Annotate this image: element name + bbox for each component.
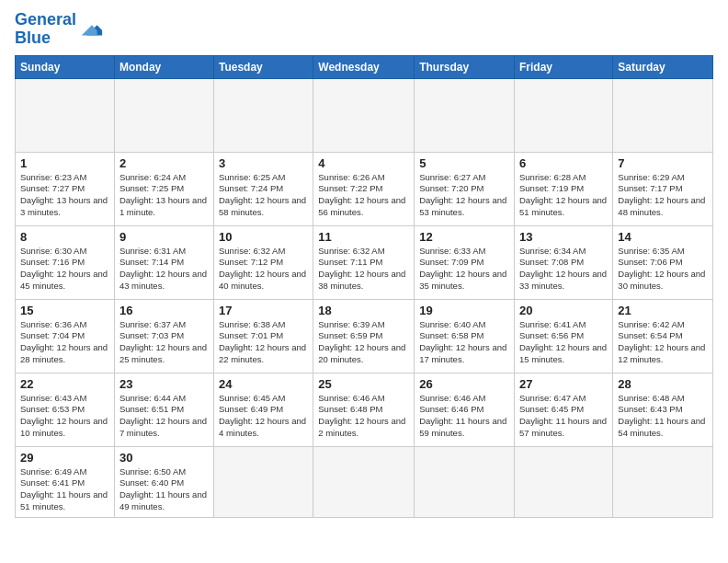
calendar-cell xyxy=(415,78,515,152)
calendar-table: Sunday Monday Tuesday Wednesday Thursday… xyxy=(15,55,713,518)
calendar-cell xyxy=(515,78,613,152)
calendar-cell: 29 Sunrise: 6:49 AMSunset: 6:41 PMDaylig… xyxy=(16,446,115,517)
day-info: Sunrise: 6:30 AMSunset: 7:16 PMDaylight:… xyxy=(20,246,109,293)
day-number: 29 xyxy=(20,451,109,465)
day-number: 18 xyxy=(318,304,409,317)
day-number: 24 xyxy=(219,377,308,391)
calendar-cell xyxy=(213,78,313,152)
logo-blue: Blue xyxy=(15,29,51,47)
calendar-cell: 4 Sunrise: 6:26 AMSunset: 7:22 PMDayligh… xyxy=(313,152,415,225)
calendar-cell: 25 Sunrise: 6:46 AMSunset: 6:48 PMDaylig… xyxy=(313,373,415,446)
page-container: General Blue Sunday Monday Tuesday Wedne… xyxy=(0,0,728,525)
day-info: Sunrise: 6:47 AMSunset: 6:45 PMDaylight:… xyxy=(519,393,608,440)
calendar-week-row: 15 Sunrise: 6:36 AMSunset: 7:04 PMDaylig… xyxy=(16,299,713,373)
col-sunday: Sunday xyxy=(16,55,115,78)
calendar-cell: 28 Sunrise: 6:48 AMSunset: 6:43 PMDaylig… xyxy=(613,373,713,446)
calendar-cell: 2 Sunrise: 6:24 AMSunset: 7:25 PMDayligh… xyxy=(114,152,213,225)
day-number: 23 xyxy=(119,377,209,391)
day-number: 27 xyxy=(519,377,608,391)
day-number: 3 xyxy=(219,156,308,170)
calendar-cell: 9 Sunrise: 6:31 AMSunset: 7:14 PMDayligh… xyxy=(114,225,213,299)
col-monday: Monday xyxy=(114,55,213,78)
day-info: Sunrise: 6:41 AMSunset: 6:56 PMDaylight:… xyxy=(519,319,608,366)
day-number: 6 xyxy=(519,156,608,170)
day-number: 17 xyxy=(219,304,308,317)
calendar-cell: 21 Sunrise: 6:42 AMSunset: 6:54 PMDaylig… xyxy=(613,299,713,373)
day-info: Sunrise: 6:36 AMSunset: 7:04 PMDaylight:… xyxy=(20,319,109,366)
day-info: Sunrise: 6:49 AMSunset: 6:41 PMDaylight:… xyxy=(20,466,109,513)
col-friday: Friday xyxy=(515,55,613,78)
logo: General Blue xyxy=(15,11,104,48)
day-number: 7 xyxy=(618,156,708,170)
day-info: Sunrise: 6:45 AMSunset: 6:49 PMDaylight:… xyxy=(219,393,308,440)
calendar-cell: 1 Sunrise: 6:23 AMSunset: 7:27 PMDayligh… xyxy=(16,152,115,225)
calendar-week-row: 8 Sunrise: 6:30 AMSunset: 7:16 PMDayligh… xyxy=(16,225,713,299)
day-number: 15 xyxy=(20,304,109,317)
calendar-cell: 8 Sunrise: 6:30 AMSunset: 7:16 PMDayligh… xyxy=(16,225,115,299)
day-number: 16 xyxy=(119,304,209,317)
svg-marker-1 xyxy=(82,25,97,35)
day-info: Sunrise: 6:39 AMSunset: 6:59 PMDaylight:… xyxy=(318,319,409,366)
day-number: 2 xyxy=(119,156,209,170)
day-info: Sunrise: 6:28 AMSunset: 7:19 PMDaylight:… xyxy=(519,172,608,219)
day-number: 1 xyxy=(20,156,109,170)
day-info: Sunrise: 6:33 AMSunset: 7:09 PMDaylight:… xyxy=(419,246,509,293)
day-info: Sunrise: 6:35 AMSunset: 7:06 PMDaylight:… xyxy=(618,246,708,293)
day-number: 19 xyxy=(419,304,509,317)
logo-general: General xyxy=(15,10,76,29)
day-number: 10 xyxy=(219,230,308,244)
logo-text: General Blue xyxy=(15,11,76,48)
calendar-cell: 6 Sunrise: 6:28 AMSunset: 7:19 PMDayligh… xyxy=(515,152,613,225)
calendar-week-row xyxy=(16,78,713,152)
calendar-cell: 12 Sunrise: 6:33 AMSunset: 7:09 PMDaylig… xyxy=(415,225,515,299)
calendar-cell: 16 Sunrise: 6:37 AMSunset: 7:03 PMDaylig… xyxy=(114,299,213,373)
day-info: Sunrise: 6:37 AMSunset: 7:03 PMDaylight:… xyxy=(119,319,209,366)
day-number: 26 xyxy=(419,377,509,391)
calendar-cell: 17 Sunrise: 6:38 AMSunset: 7:01 PMDaylig… xyxy=(213,299,313,373)
day-info: Sunrise: 6:31 AMSunset: 7:14 PMDaylight:… xyxy=(119,246,209,293)
calendar-cell: 22 Sunrise: 6:43 AMSunset: 6:53 PMDaylig… xyxy=(16,373,115,446)
day-info: Sunrise: 6:29 AMSunset: 7:17 PMDaylight:… xyxy=(618,172,708,219)
col-tuesday: Tuesday xyxy=(213,55,313,78)
calendar-cell xyxy=(515,446,613,517)
col-thursday: Thursday xyxy=(415,55,515,78)
calendar-cell: 23 Sunrise: 6:44 AMSunset: 6:51 PMDaylig… xyxy=(114,373,213,446)
col-saturday: Saturday xyxy=(613,55,713,78)
day-number: 9 xyxy=(119,230,209,244)
day-number: 5 xyxy=(419,156,509,170)
day-info: Sunrise: 6:38 AMSunset: 7:01 PMDaylight:… xyxy=(219,319,308,366)
calendar-cell xyxy=(213,446,313,517)
calendar-cell: 20 Sunrise: 6:41 AMSunset: 6:56 PMDaylig… xyxy=(515,299,613,373)
day-number: 21 xyxy=(618,304,708,317)
day-number: 12 xyxy=(419,230,509,244)
calendar-cell: 5 Sunrise: 6:27 AMSunset: 7:20 PMDayligh… xyxy=(415,152,515,225)
calendar-cell xyxy=(114,78,213,152)
day-info: Sunrise: 6:43 AMSunset: 6:53 PMDaylight:… xyxy=(20,393,109,440)
day-number: 14 xyxy=(618,230,708,244)
day-number: 28 xyxy=(618,377,708,391)
day-info: Sunrise: 6:26 AMSunset: 7:22 PMDaylight:… xyxy=(318,172,409,219)
day-info: Sunrise: 6:34 AMSunset: 7:08 PMDaylight:… xyxy=(519,246,608,293)
calendar-cell: 3 Sunrise: 6:25 AMSunset: 7:24 PMDayligh… xyxy=(213,152,313,225)
day-number: 25 xyxy=(318,377,409,391)
calendar-cell: 30 Sunrise: 6:50 AMSunset: 6:40 PMDaylig… xyxy=(114,446,213,517)
calendar-cell: 13 Sunrise: 6:34 AMSunset: 7:08 PMDaylig… xyxy=(515,225,613,299)
page-header: General Blue xyxy=(15,11,713,48)
day-number: 20 xyxy=(519,304,608,317)
col-wednesday: Wednesday xyxy=(313,55,415,78)
calendar-cell: 15 Sunrise: 6:36 AMSunset: 7:04 PMDaylig… xyxy=(16,299,115,373)
day-info: Sunrise: 6:32 AMSunset: 7:12 PMDaylight:… xyxy=(219,246,308,293)
calendar-cell xyxy=(613,446,713,517)
calendar-cell: 18 Sunrise: 6:39 AMSunset: 6:59 PMDaylig… xyxy=(313,299,415,373)
calendar-cell xyxy=(415,446,515,517)
day-number: 13 xyxy=(519,230,608,244)
calendar-week-row: 1 Sunrise: 6:23 AMSunset: 7:27 PMDayligh… xyxy=(16,152,713,225)
day-info: Sunrise: 6:23 AMSunset: 7:27 PMDaylight:… xyxy=(20,172,109,219)
day-number: 11 xyxy=(318,230,409,244)
calendar-cell xyxy=(16,78,115,152)
day-info: Sunrise: 6:40 AMSunset: 6:58 PMDaylight:… xyxy=(419,319,509,366)
day-info: Sunrise: 6:32 AMSunset: 7:11 PMDaylight:… xyxy=(318,246,409,293)
day-number: 8 xyxy=(20,230,109,244)
day-number: 30 xyxy=(119,451,209,465)
day-number: 4 xyxy=(318,156,409,170)
